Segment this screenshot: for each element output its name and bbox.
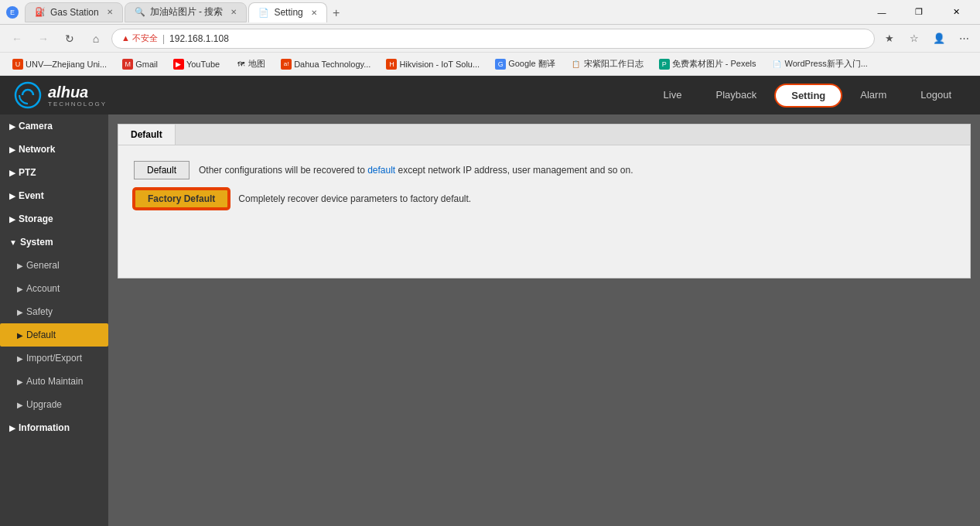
- tab-setting[interactable]: 📄 Setting ✕: [248, 2, 326, 22]
- forward-button[interactable]: →: [32, 28, 54, 50]
- bookmark-favicon-google: G: [495, 59, 506, 70]
- logo-text-container: alhua TECHNOLOGY: [48, 84, 107, 108]
- title-bar-left: E: [6, 6, 19, 19]
- panel-body: Default Other configurations will be rec…: [118, 145, 970, 234]
- address-input-container[interactable]: ▲ 不安全 | 192.168.1.108: [111, 29, 875, 49]
- bookmark-label-gmail: Gmail: [135, 60, 158, 69]
- bookmark-dahua[interactable]: a! Dahua Technology...: [275, 57, 377, 71]
- sidebar-label-safety: Safety: [26, 306, 53, 317]
- sidebar-item-auto-maintain[interactable]: ▶ Auto Maintain: [0, 370, 108, 393]
- nav-logout[interactable]: Logout: [904, 84, 968, 108]
- bookmark-label-google: Google 翻译: [508, 58, 555, 70]
- tab-favicon: 📄: [258, 8, 269, 18]
- title-bar-controls: — ❐ ✕: [864, 0, 974, 25]
- sidebar-label-event: Event: [19, 190, 44, 201]
- panel-tab-default[interactable]: Default: [118, 125, 176, 145]
- bookmark-wordpress[interactable]: 📄 WordPress新手入门...: [765, 56, 873, 71]
- bookmark-rizhi[interactable]: 📋 宋紫阳工作日志: [565, 56, 650, 71]
- sidebar-item-ptz[interactable]: ▶ PTZ: [0, 161, 108, 184]
- sidebar-item-camera[interactable]: ▶ Camera: [0, 114, 108, 138]
- nav-links: Live Playback Setting Alarm Logout: [647, 84, 968, 108]
- bookmark-maps[interactable]: 🗺 地图: [229, 56, 271, 71]
- bookmarks-bar: U UNV—Zhejiang Uni... M Gmail ▶ YouTube …: [0, 53, 980, 76]
- logo-icon: [12, 80, 43, 111]
- close-button[interactable]: ✕: [938, 0, 974, 25]
- chevron-icon-storage: ▶: [9, 215, 15, 224]
- sidebar-label-auto-maintain: Auto Maintain: [26, 376, 83, 387]
- sidebar-label-information: Information: [19, 422, 70, 433]
- chevron-icon-ptz: ▶: [9, 169, 15, 177]
- bookmark-button[interactable]: ☆: [904, 29, 924, 49]
- nav-live[interactable]: Live: [647, 84, 698, 108]
- logo: alhua TECHNOLOGY: [12, 80, 107, 111]
- tab-search[interactable]: 🔍 加油站图片 - 搜索 ✕: [125, 2, 248, 22]
- bookmark-hikvision[interactable]: H Hikvision - IoT Solu...: [380, 57, 486, 71]
- bookmark-favicon-dahua: a!: [281, 59, 292, 70]
- home-button[interactable]: ⌂: [85, 28, 107, 50]
- sidebar-item-information[interactable]: ▶ Information: [0, 416, 108, 439]
- default-button[interactable]: Default: [134, 161, 190, 179]
- chevron-icon-camera: ▶: [9, 122, 15, 131]
- bookmark-favicon-gmail: M: [122, 59, 133, 70]
- bookmark-label-pexels: 免费素材图片 - Pexels: [672, 58, 756, 70]
- content-panel: Default Default Other configurations wil…: [118, 124, 971, 278]
- tab-favicon: 🔍: [135, 7, 145, 17]
- chevron-icon-import-export: ▶: [17, 354, 23, 363]
- nav-alarm[interactable]: Alarm: [844, 84, 903, 108]
- chevron-down-icon-system: ▼: [9, 238, 17, 247]
- sidebar-label-upgrade: Upgrade: [26, 399, 62, 410]
- sidebar-item-general[interactable]: ▶ General: [0, 254, 108, 277]
- browser-icon: E: [6, 6, 19, 19]
- tab-close-search[interactable]: ✕: [230, 8, 237, 16]
- chevron-icon-account: ▶: [17, 285, 23, 293]
- tab-close-setting[interactable]: ✕: [311, 9, 317, 17]
- sidebar-item-safety[interactable]: ▶ Safety: [0, 300, 108, 323]
- bookmark-youtube[interactable]: ▶ YouTube: [167, 57, 226, 71]
- bookmark-label-hikvision: Hikvision - IoT Solu...: [399, 60, 480, 69]
- bookmark-unv[interactable]: U UNV—Zhejiang Uni...: [6, 57, 113, 71]
- chevron-icon-upgrade: ▶: [17, 401, 23, 409]
- chevron-icon-network: ▶: [9, 145, 15, 154]
- sidebar-label-default: Default: [26, 330, 56, 340]
- sidebar-item-import-export[interactable]: ▶ Import/Export: [0, 347, 108, 370]
- maximize-button[interactable]: ❐: [901, 0, 937, 25]
- nav-setting[interactable]: Setting: [774, 84, 842, 108]
- profile-button[interactable]: 👤: [929, 29, 949, 49]
- menu-button[interactable]: ⋯: [954, 29, 974, 49]
- main-area: ▶ Camera ▶ Network ▶ PTZ ▶ Event ▶ Sto: [0, 114, 980, 526]
- tab-label: 加油站图片 - 搜索: [150, 5, 224, 19]
- top-nav: alhua TECHNOLOGY Live Playback Setting A…: [0, 76, 980, 114]
- bookmark-pexels[interactable]: P 免费素材图片 - Pexels: [653, 56, 763, 71]
- sidebar-item-network[interactable]: ▶ Network: [0, 138, 108, 161]
- sidebar-label-import-export: Import/Export: [26, 353, 82, 364]
- sidebar-item-storage[interactable]: ▶ Storage: [0, 207, 108, 231]
- sidebar-item-system[interactable]: ▼ System: [0, 231, 108, 254]
- chevron-icon-information: ▶: [9, 424, 15, 432]
- dahua-logo-svg: [13, 80, 43, 110]
- new-tab-button[interactable]: +: [327, 4, 346, 22]
- bookmark-favicon-wordpress: 📄: [771, 59, 782, 70]
- sidebar-item-default[interactable]: ▶ Default: [0, 323, 108, 347]
- address-bar: ← → ↻ ⌂ ▲ 不安全 | 192.168.1.108 ★ ☆ 👤 ⋯: [0, 25, 980, 53]
- sidebar-label-storage: Storage: [19, 213, 53, 224]
- bookmark-google[interactable]: G Google 翻译: [489, 56, 562, 71]
- factory-default-button[interactable]: Factory Default: [134, 189, 229, 209]
- tab-label: Setting: [274, 7, 302, 18]
- back-button[interactable]: ←: [6, 28, 28, 50]
- bookmark-label-wordpress: WordPress新手入门...: [784, 58, 867, 70]
- minimize-button[interactable]: —: [864, 0, 900, 25]
- extensions-button[interactable]: ★: [879, 29, 900, 49]
- content-area: Default Default Other configurations wil…: [108, 114, 980, 526]
- app-content: alhua TECHNOLOGY Live Playback Setting A…: [0, 76, 980, 526]
- tab-gas-station[interactable]: ⛽ Gas Station ✕: [25, 2, 123, 22]
- bookmark-gmail[interactable]: M Gmail: [116, 57, 164, 71]
- address-url: 192.168.1.108: [169, 33, 229, 44]
- tab-close-gas-station[interactable]: ✕: [107, 8, 113, 16]
- nav-playback[interactable]: Playback: [699, 84, 773, 108]
- bookmark-label-rizhi: 宋紫阳工作日志: [584, 58, 644, 70]
- refresh-button[interactable]: ↻: [59, 28, 80, 50]
- bookmark-label-maps: 地图: [248, 58, 265, 70]
- sidebar-item-account[interactable]: ▶ Account: [0, 277, 108, 300]
- sidebar-item-upgrade[interactable]: ▶ Upgrade: [0, 393, 108, 416]
- sidebar-item-event[interactable]: ▶ Event: [0, 184, 108, 207]
